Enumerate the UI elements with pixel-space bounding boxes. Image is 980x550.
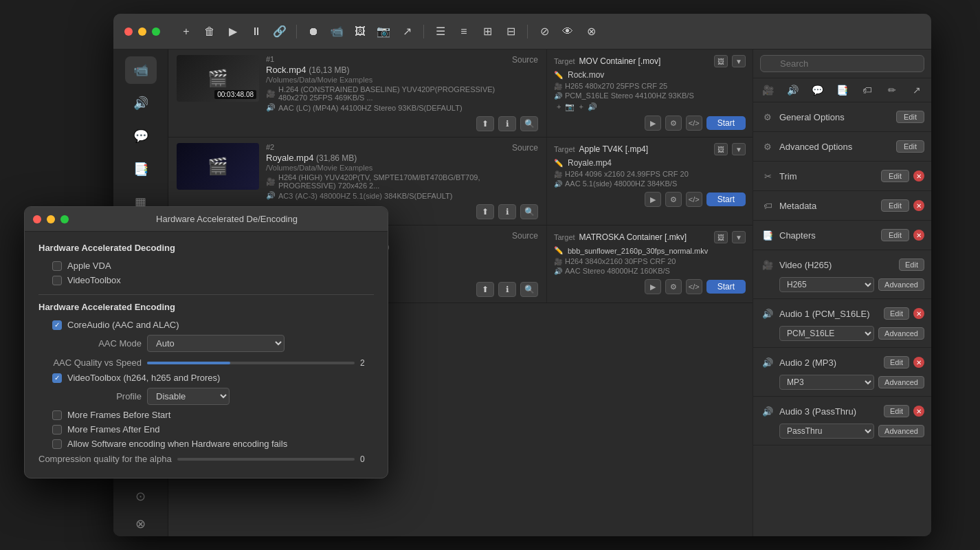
minimize-button[interactable] (138, 28, 146, 36)
audio1-codec-select[interactable]: PCM_S16LE (779, 326, 874, 341)
search-btn-1[interactable]: 🔍 (520, 116, 538, 131)
settings-target-2[interactable]: ⚙ (665, 192, 682, 207)
profile-select[interactable]: Disable Baseline Main High (147, 388, 230, 405)
allow-software-checkbox[interactable] (52, 439, 62, 449)
settings-target-1[interactable]: ⚙ (665, 116, 682, 131)
grid-icon[interactable]: ⊞ (480, 25, 494, 38)
pause-icon[interactable]: ⏸ (249, 25, 263, 38)
audio1-remove-btn[interactable]: ✕ (913, 308, 924, 319)
aac-mode-select[interactable]: Auto AAC-LC HE-AAC HE-AACv2 (147, 335, 285, 352)
target-icon-btn-3[interactable]: 🖼 (714, 231, 728, 243)
close-button[interactable] (124, 28, 133, 36)
audio2-advanced-btn[interactable]: Advanced (878, 376, 924, 388)
sidebar-audio-icon[interactable]: 🔊 (785, 82, 800, 98)
play-target-2[interactable]: ▶ (645, 192, 661, 207)
audio3-remove-btn[interactable]: ✕ (913, 406, 924, 417)
add-icon[interactable]: + (179, 25, 193, 38)
script-target-2[interactable]: </> (686, 192, 702, 207)
sidebar-subtitle-icon[interactable]: 💬 (810, 82, 825, 98)
filter-icon[interactable]: ⊘ (537, 25, 551, 38)
sidebar-edit-icon[interactable]: ✏ (884, 82, 900, 98)
more-frames-before-checkbox[interactable] (52, 410, 62, 420)
general-options-edit-btn[interactable]: Edit (896, 111, 924, 123)
aac-quality-slider[interactable] (147, 362, 355, 364)
start-btn-1[interactable]: Start (706, 116, 746, 130)
apple-vda-checkbox[interactable] (52, 261, 62, 271)
trim-remove-btn[interactable]: ✕ (913, 170, 924, 182)
remove-icon[interactable]: 🗑 (203, 25, 216, 38)
share-btn-1[interactable]: ⬆ (476, 116, 494, 131)
list-icon[interactable]: ☰ (434, 25, 447, 38)
list2-icon[interactable]: ≡ (457, 25, 471, 38)
share-btn-3[interactable]: ⬆ (476, 282, 494, 297)
advanced-options-edit-btn[interactable]: Edit (896, 140, 924, 153)
left-analytics-icon[interactable]: ⊙ (125, 483, 157, 510)
script-target-3[interactable]: </> (686, 279, 702, 294)
target-arrow-btn-3[interactable]: ▼ (732, 231, 746, 243)
video-camera-icon[interactable]: 📹 (330, 25, 344, 38)
eye-icon[interactable]: 👁 (561, 25, 575, 38)
left-subtitle-icon[interactable]: 💬 (125, 122, 157, 150)
audio3-advanced-btn[interactable]: Advanced (878, 425, 924, 437)
search-input[interactable] (760, 55, 924, 72)
audio2-remove-btn[interactable]: ✕ (913, 357, 924, 368)
search-btn-2[interactable]: 🔍 (520, 204, 538, 219)
start-btn-3[interactable]: Start (706, 280, 746, 294)
hw-maximize-btn[interactable] (60, 215, 69, 223)
left-audio-icon[interactable]: 🔊 (125, 89, 157, 117)
link-icon[interactable]: 🔗 (273, 25, 287, 38)
left-filter-icon[interactable]: ⊗ (125, 510, 157, 536)
sidebar-export-icon[interactable]: ↗ (909, 82, 924, 98)
play-target-1[interactable]: ▶ (645, 116, 661, 131)
share-btn-2[interactable]: ⬆ (476, 204, 494, 219)
info-btn-1[interactable]: ℹ (498, 116, 516, 131)
search-btn-3[interactable]: 🔍 (520, 282, 538, 297)
info-btn-3[interactable]: ℹ (498, 282, 516, 297)
video-codec-select[interactable]: H265 (779, 277, 874, 292)
target-arrow-btn-2[interactable]: ▼ (732, 143, 746, 155)
left-chapter-icon[interactable]: 📑 (125, 155, 157, 183)
settings-target-3[interactable]: ⚙ (665, 279, 682, 294)
videotoolbox-decoding-checkbox[interactable] (52, 276, 62, 285)
left-video-icon[interactable]: 📹 (125, 56, 157, 84)
audio1-advanced-btn[interactable]: Advanced (878, 327, 924, 340)
settings-icon[interactable]: ⊗ (584, 25, 598, 38)
start-btn-2[interactable]: Start (706, 192, 746, 206)
play-target-3[interactable]: ▶ (645, 279, 661, 294)
info-btn-2[interactable]: ℹ (498, 204, 516, 219)
audio3-edit-btn[interactable]: Edit (884, 405, 909, 417)
audio1-icon: 🔊 (760, 306, 775, 321)
camera-icon[interactable]: 📷 (377, 25, 390, 38)
video-edit-btn[interactable]: Edit (899, 258, 924, 271)
more-frames-after-checkbox[interactable] (52, 425, 62, 434)
metadata-remove-btn[interactable]: ✕ (913, 200, 924, 211)
video-sidebar-icon: 🎥 (760, 257, 775, 272)
video-advanced-btn[interactable]: Advanced (878, 278, 924, 291)
audio3-codec-select[interactable]: PassThru (779, 424, 874, 439)
sidebar-chapter-icon[interactable]: 📑 (834, 82, 849, 98)
target-arrow-btn-1[interactable]: ▼ (732, 55, 746, 67)
target-icon-btn-1[interactable]: 🖼 (714, 55, 728, 67)
script-target-1[interactable]: </> (686, 116, 702, 131)
hw-minimize-btn[interactable] (47, 215, 55, 223)
export-icon[interactable]: ↗ (400, 25, 414, 38)
target-icon-btn-2[interactable]: 🖼 (714, 143, 728, 155)
record-icon[interactable]: ⏺ (307, 25, 320, 38)
metadata-edit-btn[interactable]: Edit (881, 199, 909, 212)
audio2-edit-btn[interactable]: Edit (884, 356, 909, 368)
audio1-edit-btn[interactable]: Edit (884, 307, 909, 320)
grid2-icon[interactable]: ⊟ (504, 25, 517, 38)
audio2-codec-select[interactable]: MP3 (779, 375, 874, 390)
sidebar-meta-icon[interactable]: 🏷 (860, 82, 875, 98)
chapters-remove-btn[interactable]: ✕ (913, 230, 924, 241)
coreaudio-checkbox[interactable] (52, 320, 62, 330)
videotoolbox-encoding-checkbox[interactable] (52, 373, 62, 383)
chapters-edit-btn[interactable]: Edit (881, 229, 909, 241)
hw-close-btn[interactable] (33, 215, 41, 223)
maximize-button[interactable] (152, 28, 160, 36)
trim-edit-btn[interactable]: Edit (881, 170, 909, 182)
image-icon[interactable]: 🖼 (353, 25, 367, 38)
play-icon[interactable]: ▶ (226, 25, 240, 38)
sidebar-video-icon[interactable]: 🎥 (760, 82, 775, 98)
compression-bar[interactable] (177, 458, 355, 461)
